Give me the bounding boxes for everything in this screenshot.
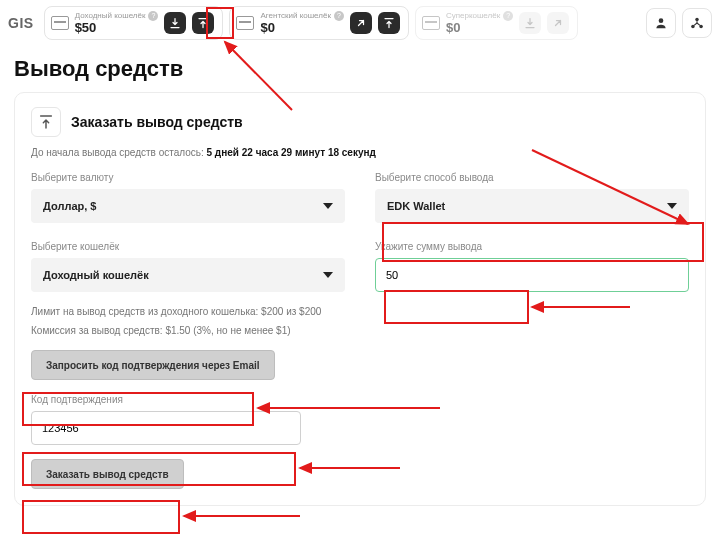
amount-input[interactable] <box>375 258 689 292</box>
profile-button[interactable] <box>646 8 676 38</box>
card-title: Заказать вывод средств <box>71 114 243 130</box>
fee-hint: Комиссия за вывод средств: $1.50 (3%, но… <box>31 325 689 336</box>
withdraw-card: Заказать вывод средств До начала вывода … <box>14 92 706 506</box>
wallet-select-label: Выберите кошелёк <box>31 241 345 252</box>
wallet-amount: $50 <box>75 21 159 35</box>
limit-hint: Лимит на вывод средств из доходного коше… <box>31 306 689 317</box>
wallet-withdraw-button[interactable] <box>192 12 214 34</box>
referrals-button[interactable] <box>682 8 712 38</box>
help-icon[interactable]: ? <box>503 11 513 21</box>
chevron-down-icon <box>667 203 677 209</box>
wallet-amount: $0 <box>446 21 513 35</box>
withdraw-icon <box>31 107 61 137</box>
countdown-line: До начала вывода средств осталось: 5 дне… <box>31 147 689 158</box>
wallet-deposit-button[interactable] <box>164 12 186 34</box>
wallet-share-button[interactable] <box>350 12 372 34</box>
wallet-icon <box>51 16 69 30</box>
svg-point-0 <box>659 18 664 23</box>
help-icon[interactable]: ? <box>334 11 344 21</box>
wallet-select[interactable]: Доходный кошелёк <box>31 258 345 292</box>
currency-select[interactable]: Доллар, $ <box>31 189 345 223</box>
method-select[interactable]: EDK Wallet <box>375 189 689 223</box>
chevron-down-icon <box>323 203 333 209</box>
svg-point-1 <box>695 18 699 22</box>
wallet-withdraw-button[interactable] <box>378 12 400 34</box>
wallet-card-agent: Агентский кошелёк? $0 <box>229 6 408 40</box>
wallet-icon <box>422 16 440 30</box>
request-code-button[interactable]: Запросить код подтверждения через Email <box>31 350 275 380</box>
amount-label: Укажите сумму вывода <box>375 241 689 252</box>
wallet-icon <box>236 16 254 30</box>
code-label: Код подтверждения <box>31 394 689 405</box>
brand-logo: GIS <box>8 15 34 31</box>
currency-label: Выберите валюту <box>31 172 345 183</box>
wallet-share-button <box>547 12 569 34</box>
chevron-down-icon <box>323 272 333 278</box>
page-title: Вывод средств <box>14 56 706 82</box>
method-label: Выберите способ вывода <box>375 172 689 183</box>
wallet-deposit-button <box>519 12 541 34</box>
code-input[interactable] <box>31 411 301 445</box>
submit-withdraw-button[interactable]: Заказать вывод средств <box>31 459 184 489</box>
help-icon[interactable]: ? <box>148 11 158 21</box>
wallet-card-super: Суперкошелёк? $0 <box>415 6 578 40</box>
wallet-amount: $0 <box>260 21 343 35</box>
wallet-card-income: Доходный кошелёк? $50 <box>44 6 224 40</box>
